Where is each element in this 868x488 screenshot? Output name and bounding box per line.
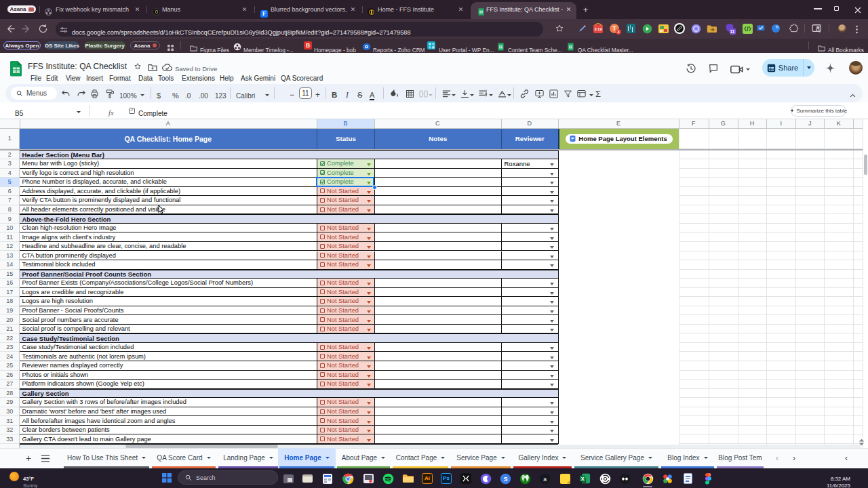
svg-text:S: S xyxy=(503,475,507,482)
svg-text:X: X xyxy=(580,476,584,482)
svg-text:a: a xyxy=(543,475,547,482)
